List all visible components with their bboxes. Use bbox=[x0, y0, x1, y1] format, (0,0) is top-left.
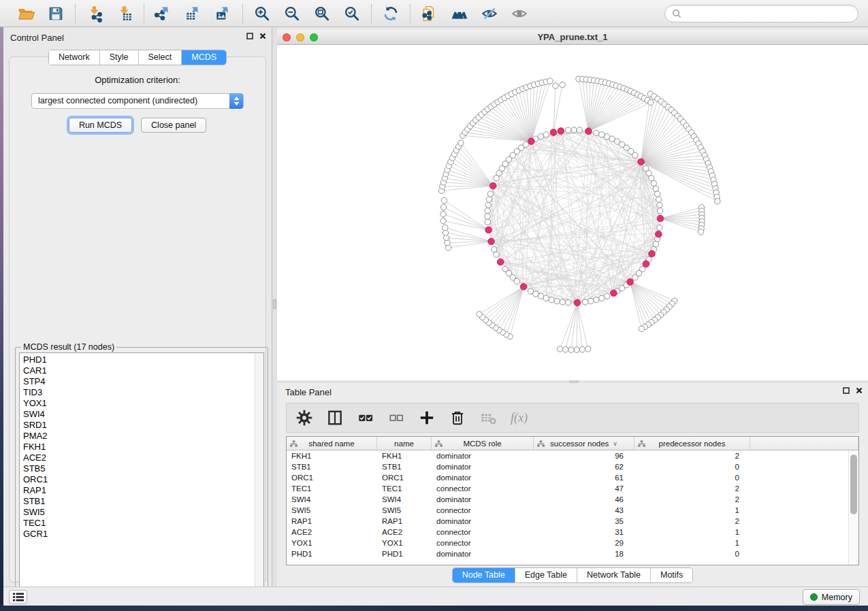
import-table-button[interactable] bbox=[115, 4, 134, 23]
cell-MCDS-role: dominator bbox=[432, 516, 534, 527]
panel-list-button[interactable] bbox=[9, 590, 27, 604]
search-box[interactable] bbox=[664, 5, 858, 22]
mcds-result-item[interactable]: FKH1 bbox=[23, 442, 254, 452]
network-canvas[interactable] bbox=[277, 45, 868, 380]
tab-select[interactable]: Select bbox=[138, 50, 182, 65]
zoom-fit-button[interactable] bbox=[312, 4, 332, 23]
list-icon bbox=[13, 593, 24, 601]
mcds-result-item[interactable]: STP4 bbox=[23, 376, 254, 387]
network-leaf-nodes[interactable] bbox=[438, 76, 720, 352]
table-row[interactable]: STB1STB1dominator620 bbox=[287, 461, 848, 472]
mcds-result-item[interactable]: ACE2 bbox=[23, 452, 254, 463]
close-panel-icon[interactable] bbox=[856, 387, 863, 394]
tab-motifs[interactable]: Motifs bbox=[650, 568, 692, 582]
tab-node-table[interactable]: Node Table bbox=[453, 568, 515, 582]
deselect-all-button[interactable] bbox=[388, 410, 404, 426]
mcds-result-item[interactable]: CAR1 bbox=[23, 365, 254, 376]
mcds-result-item[interactable]: GCR1 bbox=[23, 529, 254, 540]
mcds-result-item[interactable]: STB5 bbox=[23, 463, 254, 474]
refresh-button[interactable] bbox=[381, 4, 400, 23]
table-row[interactable]: TEC1TEC1connector472 bbox=[287, 483, 848, 494]
open-button[interactable] bbox=[16, 4, 35, 23]
zoom-in-button[interactable] bbox=[253, 4, 272, 23]
cell-successor-nodes: 96 bbox=[534, 450, 634, 461]
column-header-name[interactable]: name bbox=[377, 437, 432, 450]
mcds-result-item[interactable]: SRD1 bbox=[23, 420, 254, 431]
export-image-button[interactable] bbox=[214, 4, 233, 23]
table-row[interactable]: ACE2ACE2connector311 bbox=[287, 527, 848, 538]
column-header-MCDS-role[interactable]: MCDS role bbox=[432, 437, 534, 450]
close-panel-button[interactable]: Close panel bbox=[141, 118, 206, 133]
table-scrollbar-thumb[interactable] bbox=[850, 455, 857, 514]
export-network-button[interactable] bbox=[154, 4, 173, 23]
cell-name: STB1 bbox=[377, 461, 432, 472]
import-network-icon bbox=[86, 5, 103, 22]
select-all-button[interactable] bbox=[357, 410, 374, 426]
mcds-result-item[interactable]: ORC1 bbox=[23, 474, 254, 485]
close-panel-icon[interactable] bbox=[259, 33, 266, 39]
network-view[interactable] bbox=[277, 45, 868, 380]
node-table-header: shared namenameMCDS rolesuccessor nodes∨… bbox=[287, 437, 858, 450]
table-vertical-scrollbar[interactable] bbox=[848, 450, 858, 565]
add-column-button[interactable] bbox=[419, 410, 435, 426]
cell-name: PHD1 bbox=[377, 548, 432, 559]
zoom-window-icon[interactable] bbox=[310, 33, 318, 42]
mcds-list-vertical-scrollbar[interactable] bbox=[255, 353, 263, 587]
mcds-result-item[interactable]: YOX1 bbox=[23, 398, 254, 409]
mcds-result-item[interactable]: SWI5 bbox=[23, 507, 254, 518]
show-columns-button[interactable] bbox=[327, 410, 343, 426]
tab-style[interactable]: Style bbox=[99, 50, 138, 65]
table-row[interactable]: SWI4SWI4dominator462 bbox=[287, 494, 848, 505]
settings-button[interactable] bbox=[296, 410, 312, 426]
delete-column-button[interactable] bbox=[449, 410, 466, 426]
minimize-window-icon[interactable] bbox=[296, 33, 304, 42]
tab-network[interactable]: Network bbox=[49, 50, 99, 65]
table-row[interactable]: FKH1FKH1dominator962 bbox=[287, 450, 848, 461]
float-panel-icon[interactable] bbox=[843, 387, 850, 394]
desktop-wallpaper-bottom bbox=[0, 606, 868, 611]
vertical-splitter[interactable] bbox=[272, 27, 277, 587]
zoom-out-button[interactable] bbox=[283, 4, 302, 23]
table-row[interactable]: YOX1YOX1connector291 bbox=[287, 538, 848, 548]
duplicate-network-button[interactable] bbox=[420, 4, 439, 23]
cell-shared-name: PHD1 bbox=[287, 548, 377, 559]
table-row[interactable]: RAP1RAP1dominator352 bbox=[287, 516, 848, 527]
run-mcds-button[interactable]: Run MCDS bbox=[69, 118, 132, 133]
optimization-criterion-label: Optimization criterion: bbox=[10, 75, 266, 85]
table-row[interactable]: SWI5SWI5connector431 bbox=[287, 505, 848, 516]
mcds-result-item[interactable]: PHD1 bbox=[23, 354, 254, 365]
search-input[interactable] bbox=[686, 9, 851, 19]
mcds-result-title: MCDS result (17 nodes) bbox=[21, 342, 116, 352]
mcds-result-list: PHD1CAR1STP4TID3YOX1SWI4SRD1PMA2FKH1ACE2… bbox=[20, 354, 254, 587]
column-header-shared-name[interactable]: shared name bbox=[287, 437, 377, 450]
column-header-predecessor-nodes[interactable]: predecessor nodes bbox=[634, 437, 750, 450]
tab-network-table[interactable]: Network Table bbox=[577, 568, 650, 582]
table-row[interactable]: ORC1ORC1dominator610 bbox=[287, 472, 848, 483]
search-network-button[interactable] bbox=[450, 4, 469, 23]
mcds-result-item[interactable]: RAP1 bbox=[23, 485, 254, 496]
close-window-icon[interactable] bbox=[283, 33, 291, 42]
tab-mcds[interactable]: MCDS bbox=[181, 50, 226, 65]
column-header-successor-nodes[interactable]: successor nodes∨ bbox=[534, 437, 634, 450]
float-panel-icon[interactable] bbox=[246, 33, 253, 39]
memory-button[interactable]: Memory bbox=[803, 589, 860, 605]
table-row[interactable]: PHD1PHD1dominator180 bbox=[287, 548, 848, 559]
tab-edge-table[interactable]: Edge Table bbox=[515, 568, 577, 582]
mcds-result-item[interactable]: PMA2 bbox=[23, 431, 254, 442]
import-network-button[interactable] bbox=[85, 4, 104, 23]
cell-shared-name: SWI4 bbox=[287, 494, 377, 505]
cell-name: RAP1 bbox=[377, 516, 432, 527]
show-all-icon bbox=[511, 5, 528, 22]
save-button[interactable] bbox=[46, 4, 65, 23]
vertical-splitter-grip[interactable] bbox=[273, 299, 276, 309]
criterion-dropdown[interactable]: largest connected component (undirected) bbox=[31, 93, 244, 109]
hide-selected-button[interactable] bbox=[480, 4, 499, 23]
mcds-result-item[interactable]: SWI4 bbox=[23, 409, 254, 420]
mcds-result-item[interactable]: STB1 bbox=[23, 496, 254, 507]
show-all-button[interactable] bbox=[510, 4, 529, 23]
mcds-result-item[interactable]: TID3 bbox=[23, 387, 254, 398]
zoom-selected-button[interactable] bbox=[342, 4, 361, 23]
mcds-result-item[interactable]: TEC1 bbox=[23, 518, 254, 529]
memory-status-icon bbox=[810, 593, 818, 601]
export-table-button[interactable] bbox=[184, 4, 203, 23]
